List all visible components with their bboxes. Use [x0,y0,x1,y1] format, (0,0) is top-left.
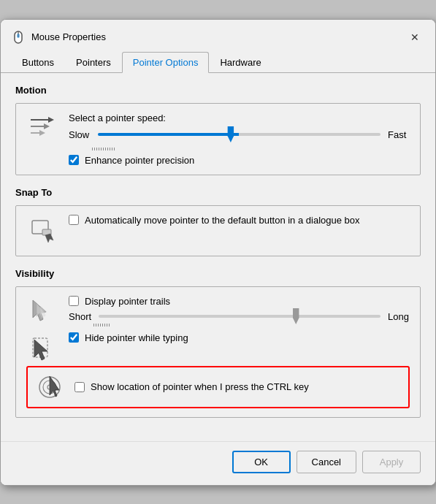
speed-slider-row: Slow Fast [69,129,410,140]
hide-pointer-checkbox-row: Hide pointer while typing [69,332,410,343]
tick [96,324,96,327]
snap-to-icon [26,215,58,247]
tick [99,148,99,150]
trails-icon-area [26,296,58,327]
apply-button[interactable]: Apply [362,451,421,473]
hide-pointer-label[interactable]: Hide pointer while typing [85,332,188,343]
trails-checkbox-row: Display pointer trails [69,296,410,307]
trails-content: Display pointer trails Short Long [69,296,410,327]
enhance-precision-row: Enhance pointer precision [69,155,410,166]
hide-icon-area [26,332,58,363]
motion-icon-area [26,112,58,140]
motion-content: Select a pointer speed: Slow Fast [69,112,410,166]
tab-hardware[interactable]: Hardware [209,52,272,73]
tick [107,324,107,327]
snap-to-body: Automatically move pointer to the defaul… [15,205,421,256]
motion-speed-icon [28,112,57,140]
tick [102,324,103,327]
enhance-precision-checkbox[interactable] [69,155,79,165]
fast-label: Fast [388,129,410,140]
motion-title: Motion [15,85,421,96]
show-location-label[interactable]: Show location of pointer when I press th… [91,381,309,392]
show-location-icon [34,372,65,402]
speed-slider[interactable] [98,133,380,136]
tick [104,324,105,327]
snap-to-row: Automatically move pointer to the defaul… [26,215,410,247]
auto-snap-label[interactable]: Automatically move pointer to the defaul… [85,215,360,226]
tick [114,148,115,150]
visibility-section: Visibility Display pointer t [15,268,421,418]
svg-marker-6 [44,123,50,129]
tick [105,148,106,150]
titlebar: Mouse Properties ✕ [1,20,435,52]
tick [107,148,108,150]
tabs-bar: Buttons Pointers Pointer Options Hardwar… [1,52,435,73]
enhance-precision-label[interactable]: Enhance pointer precision [85,155,194,166]
hide-pointer-checkbox[interactable] [69,332,79,343]
show-location-highlighted-row: Show location of pointer when I press th… [26,366,410,408]
motion-section: Motion Sel [15,85,421,175]
trails-label[interactable]: Display pointer trails [85,296,170,307]
svg-point-2 [17,34,20,38]
auto-snap-checkbox[interactable] [69,215,79,225]
show-location-checkbox-row: Show location of pointer when I press th… [74,381,402,392]
tick [94,148,95,150]
tick [100,324,101,327]
tab-content: Motion Sel [1,73,435,441]
show-location-content: Show location of pointer when I press th… [74,381,402,392]
snap-to-section: Snap To Automatically mov [15,187,421,256]
slow-label: Slow [69,129,91,140]
tick [103,148,104,150]
speed-label: Select a pointer speed: [69,112,410,123]
svg-marker-8 [39,130,45,136]
visibility-body: Display pointer trails Short Long [15,286,421,418]
tick [109,324,110,327]
close-button[interactable]: ✕ [405,27,425,47]
tab-pointers[interactable]: Pointers [65,52,122,73]
motion-body: Select a pointer speed: Slow Fast [15,103,421,175]
visibility-title: Visibility [15,268,421,279]
dialog-title: Mouse Properties [31,31,106,42]
tick [98,324,99,327]
tab-pointer-options[interactable]: Pointer Options [122,52,210,73]
long-label: Long [388,311,410,322]
snap-to-content: Automatically move pointer to the defaul… [69,215,410,226]
trails-row: Display pointer trails Short Long [26,296,410,327]
svg-marker-4 [48,117,54,123]
pointer-trails-icon [27,296,58,327]
speed-slider-thumb[interactable] [226,126,236,142]
snap-to-title: Snap To [15,187,421,198]
mouse-icon [11,30,26,45]
tab-buttons[interactable]: Buttons [11,52,65,73]
footer: OK Cancel Apply [1,441,435,485]
trails-slider[interactable] [99,315,380,318]
ok-button[interactable]: OK [232,451,291,473]
hide-pointer-icon [27,332,58,363]
hide-pointer-content: Hide pointer while typing [69,332,410,343]
svg-marker-11 [45,234,53,243]
tick [110,148,110,150]
tick [112,148,112,150]
tick [92,148,93,150]
tick [101,148,102,150]
trails-checkbox[interactable] [69,296,79,306]
show-location-checkbox[interactable] [74,382,85,392]
motion-row: Select a pointer speed: Slow Fast [26,112,410,166]
tick [96,148,97,150]
cancel-button[interactable]: Cancel [297,451,356,473]
auto-snap-row: Automatically move pointer to the defaul… [69,215,410,226]
trails-slider-row: Short Long [69,311,410,322]
tick [93,324,94,327]
snap-to-icon-area [26,215,58,247]
titlebar-left: Mouse Properties [11,30,106,45]
mouse-properties-dialog: Mouse Properties ✕ Buttons Pointers Poin… [0,19,436,486]
hide-pointer-row: Hide pointer while typing [26,332,410,363]
show-location-icon-area [34,372,66,402]
short-label: Short [69,311,91,322]
